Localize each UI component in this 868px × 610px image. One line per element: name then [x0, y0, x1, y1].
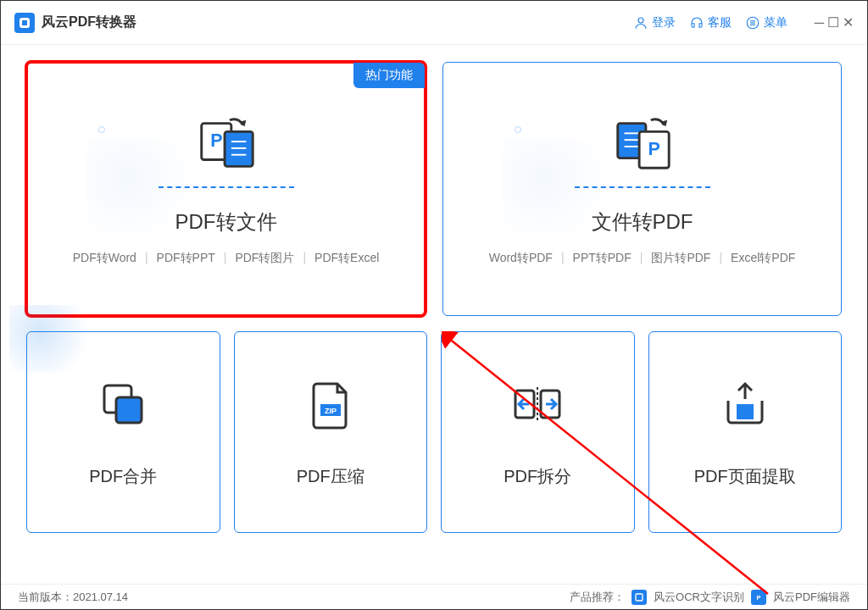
split-icon — [510, 377, 565, 431]
promo-editor-link[interactable]: 风云PDF编辑器 — [773, 590, 850, 605]
pdf-to-file-subtitle: PDF转Word PDF转PPT PDF转图片 PDF转Excel — [73, 251, 380, 266]
pdf-compress-card[interactable]: ZIP PDF压缩 — [234, 331, 428, 533]
ocr-icon — [632, 590, 647, 605]
app-logo-icon — [14, 13, 35, 33]
pdf-split-title: PDF拆分 — [504, 465, 571, 488]
file-to-pdf-subtitle: Word转PDF PPT转PDF 图片转PDF Excel转PDF — [489, 251, 796, 266]
svg-rect-25 — [636, 594, 643, 601]
user-icon — [633, 15, 648, 30]
menu-button[interactable]: 菜单 — [745, 15, 787, 30]
svg-text:P: P — [648, 139, 659, 159]
editor-icon: P — [751, 590, 766, 605]
footer: 当前版本：2021.07.14 产品推荐： 风云OCR文字识别 P 风云PDF编… — [1, 584, 867, 609]
version-text: 当前版本：2021.07.14 — [18, 590, 128, 605]
headset-icon — [689, 15, 704, 30]
pdf-merge-title: PDF合并 — [89, 465, 157, 488]
login-button[interactable]: 登录 — [633, 15, 676, 30]
merge-icon — [96, 377, 150, 431]
app-title: 风云PDF转换器 — [42, 14, 633, 31]
support-button[interactable]: 客服 — [689, 15, 732, 30]
extract-icon — [718, 377, 772, 431]
hot-badge: 热门功能 — [353, 63, 425, 88]
svg-text:P: P — [757, 593, 761, 601]
pdf-extract-card[interactable]: PDF页面提取 — [648, 331, 843, 533]
promo-label: 产品推荐： — [570, 590, 625, 605]
svg-text:ZIP: ZIP — [325, 407, 337, 415]
svg-rect-18 — [116, 397, 142, 423]
compress-icon: ZIP — [303, 377, 358, 431]
pdf-compress-title: PDF压缩 — [297, 465, 364, 488]
svg-point-0 — [638, 18, 643, 23]
pdf-split-card[interactable]: PDF拆分 — [441, 331, 635, 533]
minimize-button[interactable]: ─ — [815, 15, 824, 30]
maximize-button[interactable]: ☐ — [827, 14, 839, 30]
pdf-extract-title: PDF页面提取 — [694, 465, 796, 488]
svg-rect-24 — [737, 404, 754, 419]
close-button[interactable]: ✕ — [843, 14, 854, 30]
pdf-to-file-card[interactable]: 热门功能 P PDF转文件 PDF转Word PDF转PPT PDF转图片 — [26, 62, 426, 316]
titlebar: 风云PDF转换器 登录 客服 菜单 ─ ☐ ✕ — [1, 1, 867, 45]
file-to-pdf-card[interactable]: P 文件转PDF Word转PDF PPT转PDF 图片转PDF Excel转P… — [442, 62, 842, 316]
main-content: 热门功能 P PDF转文件 PDF转Word PDF转PPT PDF转图片 — [1, 45, 867, 584]
promo-ocr-link[interactable]: 风云OCR文字识别 — [654, 590, 744, 605]
list-icon — [745, 15, 760, 30]
